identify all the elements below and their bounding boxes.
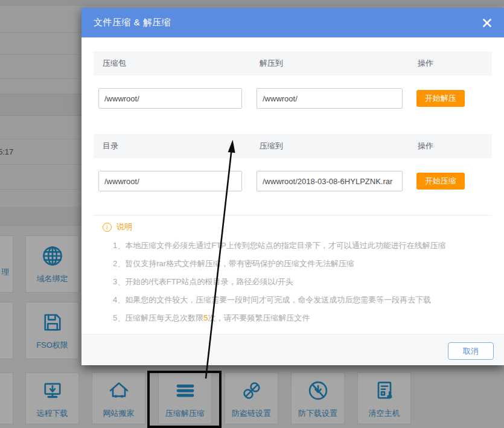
extract-target-input[interactable] — [257, 88, 403, 109]
cancel-button[interactable]: 取消 — [448, 342, 494, 360]
note-item-5: 5、压缩解压每天总次数限5次，请不要频繁压缩解压文件 — [113, 313, 310, 324]
note-item-2: 2、暂仅支持rar格式文件解压缩，带有密码保护的压缩文件无法解压缩 — [113, 258, 354, 269]
notes-header: i 说明 — [103, 222, 132, 232]
note-item-1: 1、本地压缩文件必须先通过FTP上传到您站点的指定目录下，才可以通过此功能进行在… — [113, 240, 446, 251]
note-item-5-suffix: 次，请不要频繁压缩解压文件 — [208, 313, 310, 322]
dialog-header: 文件压缩 & 解压缩 — [81, 8, 504, 37]
compress-col-dir: 目录 — [103, 141, 118, 152]
note-item-4: 4、如果您的文件较大，压缩需要一段时间才可完成，命令发送成功后您需要等一段再去下… — [113, 295, 431, 305]
info-circle-icon: i — [103, 223, 112, 232]
notes-divider — [94, 215, 492, 216]
compress-section-header: 目录 压缩到 操作 — [94, 134, 492, 158]
extract-col-target: 解压到 — [260, 58, 283, 69]
start-extract-button[interactable]: 开始解压 — [416, 90, 465, 107]
extract-package-input[interactable] — [98, 88, 242, 109]
extract-col-package: 压缩包 — [103, 58, 126, 69]
extract-section-header: 压缩包 解压到 操作 — [94, 51, 492, 75]
compress-col-target: 压缩到 — [260, 141, 283, 152]
note-item-5-prefix: 5、压缩解压每天总次数限 — [113, 313, 203, 322]
compress-dir-input[interactable] — [98, 171, 242, 191]
notes-title-label: 说明 — [116, 222, 132, 232]
dialog-footer: 取消 — [81, 334, 504, 365]
start-compress-button[interactable]: 开始压缩 — [416, 173, 465, 190]
compress-col-action: 操作 — [418, 141, 433, 152]
extract-col-action: 操作 — [418, 58, 433, 69]
dialog-title: 文件压缩 & 解压缩 — [94, 17, 171, 28]
note-item-3: 3、开始的/代表FTP站点的根目录，路径必须以/开头 — [113, 276, 293, 287]
close-icon[interactable] — [482, 18, 492, 28]
compress-decompress-dialog: 文件压缩 & 解压缩 压缩包 解压到 操作 开始解压 目录 压缩到 操作 开始压… — [81, 8, 504, 365]
compress-target-input[interactable] — [257, 171, 403, 191]
